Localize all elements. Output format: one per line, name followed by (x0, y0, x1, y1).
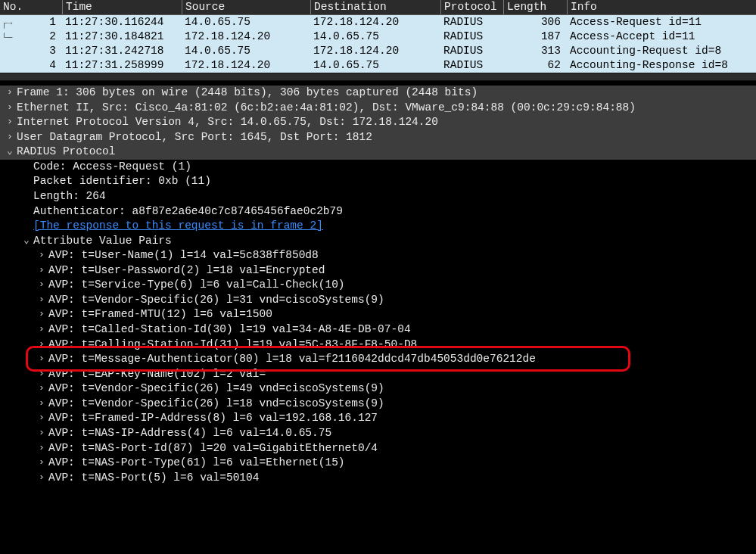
tree-label: [The response to this request is in fram… (33, 219, 323, 234)
expand-toggle-icon[interactable]: › (35, 278, 48, 291)
tree-field[interactable]: Authenticator: a8f87e2a6e40c7c87465456fa… (0, 204, 756, 219)
tree-label: AVP: t=Vendor-Specific(26) l=49 vnd=cisc… (48, 381, 384, 397)
tree-label: AVP: t=Service-Type(6) l=6 val=Call-Chec… (48, 278, 345, 293)
col-prot[interactable]: Protocol (440, 0, 503, 14)
expand-toggle-icon[interactable]: › (3, 115, 17, 129)
expand-toggle-icon[interactable]: › (3, 86, 17, 99)
tree-avp[interactable]: ›AVP: t=EAP-Key-Name(102) l=2 val= (0, 367, 756, 382)
tree-avp[interactable]: ›AVP: t=Called-Station-Id(30) l=19 val=3… (0, 322, 756, 338)
col-dst[interactable]: Destination (310, 0, 440, 14)
expand-toggle-icon[interactable]: › (35, 441, 48, 455)
tree-label: Frame 1: 306 bytes on wire (2448 bits), … (17, 86, 478, 101)
col-info[interactable]: Info (567, 0, 597, 14)
tree-field[interactable]: Length: 264 (0, 189, 756, 204)
tree-label: AVP: t=User-Name(1) l=14 val=5c838ff850d… (48, 248, 319, 263)
tree-label: AVP: t=NAS-Port-Id(87) l=20 val=GigabitE… (48, 441, 378, 456)
expand-toggle-icon[interactable]: › (35, 426, 48, 440)
tree-label: AVP: t=Vendor-Specific(26) l=18 vnd=cisc… (48, 397, 384, 412)
expand-toggle-icon[interactable]: › (35, 263, 48, 277)
tree-label: Ethernet II, Src: Cisco_4a:81:02 (6c:b2:… (17, 101, 636, 116)
tree-label: AVP: t=EAP-Key-Name(102) l=2 val= (48, 367, 266, 382)
expand-toggle-icon[interactable]: › (35, 411, 48, 425)
packet-row[interactable]: 111:27:30.11624414.0.65.75172.18.124.20R… (0, 15, 756, 30)
packet-details-tree[interactable]: ›Frame 1: 306 bytes on wire (2448 bits),… (0, 81, 756, 485)
tree-label: Code: Access-Request (1) (33, 160, 191, 175)
tree-avp[interactable]: ›AVP: t=Framed-IP-Address(8) l=6 val=192… (0, 411, 756, 426)
tree-avp[interactable]: ›AVP: t=Vendor-Specific(26) l=18 vnd=cis… (0, 397, 756, 412)
packet-list-header: No. Time Source Destination Protocol Len… (0, 0, 756, 15)
tree-avp[interactable]: ›AVP: t=NAS-Port-Type(61) l=6 val=Ethern… (0, 456, 756, 471)
tree-label: AVP: t=Called-Station-Id(30) l=19 val=34… (48, 322, 411, 338)
expand-toggle-icon[interactable]: › (35, 322, 48, 336)
tree-avp[interactable]: ›AVP: t=User-Password(2) l=18 val=Encryp… (0, 263, 756, 279)
expand-toggle-icon[interactable]: › (35, 381, 48, 395)
col-len[interactable]: Length (503, 0, 567, 14)
tree-avp[interactable]: ›AVP: t=Vendor-Specific(26) l=31 vnd=cis… (0, 293, 756, 308)
tree-field[interactable]: Packet identifier: 0xb (11) (0, 174, 756, 189)
tree-avp[interactable]: ›AVP: t=Message-Authenticator(80) l=18 v… (0, 352, 756, 367)
expand-toggle-icon[interactable]: › (35, 456, 48, 469)
tree-label: AVP: t=Calling-Station-Id(31) l=19 val=5… (48, 338, 417, 353)
expand-toggle-icon[interactable]: › (35, 248, 48, 262)
tree-label: Packet identifier: 0xb (11) (33, 174, 211, 189)
col-time[interactable]: Time (62, 0, 182, 14)
tree-ethernet[interactable]: ›Ethernet II, Src: Cisco_4a:81:02 (6c:b2… (0, 101, 756, 116)
col-no[interactable]: No. (0, 0, 62, 14)
expand-toggle-icon[interactable]: › (3, 130, 17, 144)
tree-avp-header[interactable]: ⌄Attribute Value Pairs (0, 234, 756, 249)
tree-radius[interactable]: ⌄RADIUS Protocol (0, 145, 756, 160)
packet-row[interactable]: 211:27:30.184821172.18.124.2014.0.65.75R… (0, 30, 756, 44)
tree-label: AVP: t=NAS-Port-Type(61) l=6 val=Etherne… (48, 456, 345, 471)
packet-row[interactable]: 411:27:31.258999172.18.124.2014.0.65.75R… (0, 58, 756, 73)
tree-label: AVP: t=User-Password(2) l=18 val=Encrypt… (48, 263, 325, 279)
tree-ip[interactable]: ›Internet Protocol Version 4, Src: 14.0.… (0, 115, 756, 130)
tree-label: AVP: t=NAS-Port(5) l=6 val=50104 (48, 471, 259, 486)
tree-label: User Datagram Protocol, Src Port: 1645, … (17, 130, 372, 145)
tree-label: RADIUS Protocol (17, 145, 116, 160)
tree-label: Authenticator: a8f87e2a6e40c7c87465456fa… (33, 204, 343, 219)
tree-avp[interactable]: ›AVP: t=NAS-Port-Id(87) l=20 val=Gigabit… (0, 441, 756, 456)
tree-avp[interactable]: ›AVP: t=NAS-Port(5) l=6 val=50104 (0, 471, 756, 486)
expand-toggle-icon[interactable]: › (35, 352, 48, 366)
tree-label: Internet Protocol Version 4, Src: 14.0.6… (17, 115, 438, 130)
tree-label: AVP: t=Message-Authenticator(80) l=18 va… (48, 352, 536, 367)
tree-avp[interactable]: ›AVP: t=Framed-MTU(12) l=6 val=1500 (0, 307, 756, 322)
tree-avp[interactable]: ›AVP: t=User-Name(1) l=14 val=5c838ff850… (0, 248, 756, 263)
tree-label: AVP: t=Framed-MTU(12) l=6 val=1500 (48, 307, 272, 322)
packet-relation-icons: ┌→ └─ (2, 17, 15, 45)
col-src[interactable]: Source (182, 0, 310, 14)
tree-label: AVP: t=Vendor-Specific(26) l=31 vnd=cisc… (48, 293, 384, 308)
tree-response-link[interactable]: [The response to this request is in fram… (0, 219, 756, 234)
tree-label: Attribute Value Pairs (33, 234, 172, 249)
tree-label: AVP: t=NAS-IP-Address(4) l=6 val=14.0.65… (48, 426, 331, 441)
tree-field[interactable]: Code: Access-Request (1) (0, 160, 756, 175)
expand-toggle-icon[interactable]: ⌄ (3, 145, 17, 158)
expand-toggle-icon[interactable]: › (35, 293, 48, 307)
tree-udp[interactable]: ›User Datagram Protocol, Src Port: 1645,… (0, 130, 756, 145)
horizontal-scrollbar[interactable] (0, 73, 756, 81)
packet-list[interactable]: No. Time Source Destination Protocol Len… (0, 0, 756, 73)
expand-toggle-icon[interactable]: › (35, 307, 48, 321)
expand-toggle-icon[interactable]: › (3, 101, 17, 114)
packet-row[interactable]: 311:27:31.24271814.0.65.75172.18.124.20R… (0, 44, 756, 58)
expand-toggle-icon[interactable]: › (35, 367, 48, 381)
tree-avp[interactable]: ›AVP: t=NAS-IP-Address(4) l=6 val=14.0.6… (0, 426, 756, 441)
tree-avp[interactable]: ›AVP: t=Calling-Station-Id(31) l=19 val=… (0, 338, 756, 353)
expand-toggle-icon[interactable]: ⌄ (20, 234, 33, 247)
expand-toggle-icon[interactable]: › (35, 397, 48, 410)
tree-frame[interactable]: ›Frame 1: 306 bytes on wire (2448 bits),… (0, 86, 756, 101)
tree-avp[interactable]: ›AVP: t=Service-Type(6) l=6 val=Call-Che… (0, 278, 756, 293)
expand-toggle-icon[interactable]: › (35, 471, 48, 484)
expand-toggle-icon[interactable]: › (35, 338, 48, 351)
tree-avp[interactable]: ›AVP: t=Vendor-Specific(26) l=49 vnd=cis… (0, 381, 756, 397)
tree-label: Length: 264 (33, 189, 106, 204)
tree-label: AVP: t=Framed-IP-Address(8) l=6 val=192.… (48, 411, 378, 426)
